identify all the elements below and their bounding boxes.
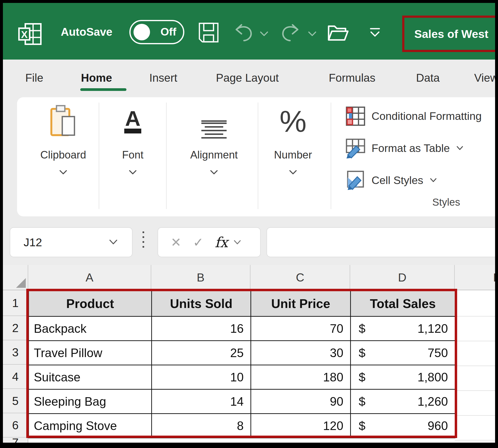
- ribbon-group-label: Font: [122, 149, 144, 161]
- tab-formulas[interactable]: Formulas: [329, 71, 375, 84]
- cell-a6[interactable]: Camping Stove: [29, 414, 152, 438]
- cell-c5[interactable]: 90: [251, 390, 351, 414]
- conditional-formatting-icon: [345, 106, 366, 127]
- cell-c2[interactable]: 70: [251, 317, 351, 341]
- tab-data[interactable]: Data: [416, 71, 440, 84]
- cell-a4[interactable]: Suitcase: [29, 365, 152, 390]
- clipboard-expand-chevron-icon[interactable]: [58, 169, 68, 176]
- excel-window: X AutoSave Off: [0, 0, 498, 448]
- font-expand-chevron-icon[interactable]: [128, 169, 138, 176]
- row-header-7[interactable]: 7: [3, 438, 28, 448]
- cell-styles-icon: [345, 170, 366, 191]
- row-header-3[interactable]: 3: [3, 340, 28, 365]
- cell-styles-label: Cell Styles: [372, 174, 423, 187]
- row-header-4[interactable]: 4: [3, 365, 28, 389]
- currency-symbol: $: [359, 346, 365, 360]
- cell-styles-button[interactable]: Cell Styles: [345, 168, 437, 192]
- cell-e4[interactable]: [455, 366, 498, 391]
- currency-symbol: $: [359, 370, 365, 384]
- redo-icon[interactable]: [281, 21, 301, 43]
- redo-dropdown-chevron-icon[interactable]: [307, 30, 317, 37]
- autosave-toggle-knob[interactable]: [133, 24, 150, 40]
- ribbon-group-clipboard[interactable]: Clipboard: [27, 97, 100, 216]
- name-box[interactable]: J12: [10, 227, 133, 257]
- cell-e5[interactable]: [455, 391, 498, 416]
- fx-chevron-icon[interactable]: [233, 239, 242, 245]
- undo-dropdown-chevron-icon[interactable]: [259, 30, 269, 37]
- tab-insert[interactable]: Insert: [149, 71, 177, 84]
- cell-b5[interactable]: 14: [152, 390, 251, 414]
- cell-e3[interactable]: [455, 341, 498, 366]
- number-expand-chevron-icon[interactable]: [288, 169, 298, 176]
- title-bar: X AutoSave Off: [3, 3, 495, 60]
- select-all-button[interactable]: [3, 265, 28, 290]
- cell-b1[interactable]: Units Sold: [152, 291, 251, 317]
- cell-d1[interactable]: Total Sales: [351, 291, 455, 317]
- cell-b2[interactable]: 16: [152, 317, 251, 341]
- cell-d5[interactable]: $1,260: [351, 390, 455, 414]
- ribbon-group-label: Clipboard: [40, 149, 86, 161]
- cell-c1[interactable]: Unit Price: [251, 291, 351, 317]
- format-as-table-chevron-icon: [456, 145, 464, 151]
- cell-c6[interactable]: 120: [251, 414, 351, 438]
- format-as-table-button[interactable]: Format as Table: [345, 136, 464, 160]
- ribbon-group-alignment[interactable]: Alignment: [180, 97, 248, 216]
- alignment-expand-chevron-icon[interactable]: [209, 169, 219, 176]
- cell-c4[interactable]: 180: [251, 365, 351, 390]
- cell-a5[interactable]: Sleeping Bag: [29, 390, 152, 414]
- conditional-formatting-label: Conditional Formatting: [372, 110, 482, 123]
- styles-group-caption: Styles: [416, 196, 477, 208]
- column-header-b[interactable]: B: [151, 265, 250, 290]
- cell-e6[interactable]: [455, 416, 498, 440]
- document-title[interactable]: Sales of West: [414, 27, 488, 41]
- amount: 960: [428, 419, 448, 433]
- autosave-toggle[interactable]: Off: [129, 20, 184, 44]
- conditional-formatting-button[interactable]: Conditional Formatting: [345, 104, 482, 128]
- cell-a2[interactable]: Backpack: [29, 317, 152, 341]
- svg-text:X: X: [21, 29, 28, 40]
- cell-e1[interactable]: [455, 290, 498, 317]
- cell-d6[interactable]: $960: [351, 414, 455, 438]
- cancel-icon[interactable]: ✕: [171, 235, 182, 250]
- formula-bar-drag-handle[interactable]: [143, 231, 144, 248]
- cell-c3[interactable]: 30: [251, 341, 351, 365]
- save-icon[interactable]: [198, 21, 220, 44]
- column-header-e[interactable]: E: [455, 265, 498, 290]
- ribbon-group-number[interactable]: % Number: [269, 97, 317, 216]
- column-header-a[interactable]: A: [28, 265, 151, 290]
- column-e-cells: [455, 290, 498, 440]
- column-header-d[interactable]: D: [350, 265, 455, 290]
- row-header-5[interactable]: 5: [3, 389, 28, 413]
- cell-d4[interactable]: $1,800: [351, 365, 455, 390]
- ribbon-collapse-icon[interactable]: [368, 27, 382, 39]
- name-box-chevron-icon[interactable]: [108, 239, 119, 246]
- cell-b4[interactable]: 10: [152, 365, 251, 390]
- column-header-c[interactable]: C: [250, 265, 350, 290]
- cell-d2[interactable]: $1,120: [351, 317, 455, 341]
- document-title-highlight: Sales of West: [402, 16, 498, 52]
- tab-home[interactable]: Home: [81, 71, 112, 84]
- row-header-6[interactable]: 6: [3, 413, 28, 438]
- tab-view[interactable]: View: [474, 71, 498, 84]
- undo-icon[interactable]: [233, 21, 253, 43]
- tab-file[interactable]: File: [25, 71, 43, 84]
- select-all-triangle: [16, 278, 26, 288]
- open-folder-icon[interactable]: [326, 23, 349, 43]
- clipboard-icon: [49, 104, 78, 138]
- ribbon-group-font[interactable]: A Font: [108, 97, 157, 216]
- data-table: Product Units Sold Unit Price Total Sale…: [28, 290, 455, 438]
- row-header-2[interactable]: 2: [3, 316, 28, 340]
- cell-d3[interactable]: $750: [351, 341, 455, 365]
- cell-b6[interactable]: 8: [152, 414, 251, 438]
- cell-e2[interactable]: [455, 317, 498, 341]
- insert-function-icon[interactable]: fx: [215, 234, 228, 251]
- excel-logo-icon: X: [18, 22, 42, 46]
- cell-a3[interactable]: Travel Pillow: [29, 341, 152, 365]
- cell-a1[interactable]: Product: [29, 291, 152, 317]
- formula-bar-input[interactable]: [266, 227, 498, 257]
- row-header-column: 1 2 3 4 5 6 7: [3, 290, 28, 448]
- tab-page-layout[interactable]: Page Layout: [216, 71, 279, 84]
- enter-icon[interactable]: ✓: [193, 235, 204, 250]
- row-header-1[interactable]: 1: [3, 290, 28, 316]
- cell-b3[interactable]: 25: [152, 341, 251, 365]
